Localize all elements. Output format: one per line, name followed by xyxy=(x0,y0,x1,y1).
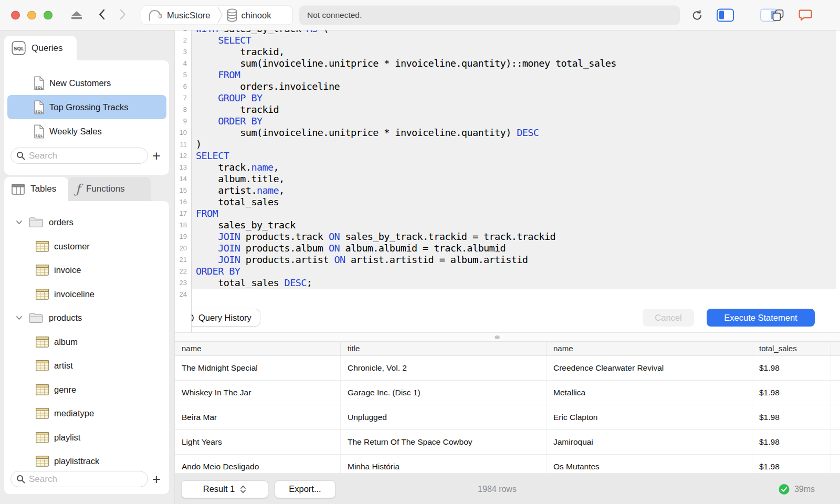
code-line[interactable]: total_sales xyxy=(192,196,836,208)
code-line[interactable] xyxy=(192,289,840,300)
tab-queries[interactable]: SQL Queries xyxy=(4,36,77,60)
result-cell[interactable]: $1.98 xyxy=(752,455,831,474)
result-cell[interactable]: Metallica xyxy=(547,381,752,405)
code-line[interactable]: SELECT xyxy=(192,35,836,46)
code-line[interactable]: orders.invoiceline xyxy=(192,81,836,92)
column-header[interactable]: title xyxy=(341,342,547,355)
result-cell[interactable]: Beira Mar xyxy=(175,405,341,429)
code-line[interactable]: JOIN products.album ON album.albumid = t… xyxy=(192,243,836,254)
result-cell[interactable] xyxy=(831,430,840,454)
splitter-handle[interactable] xyxy=(495,335,500,339)
code-line[interactable]: trackid xyxy=(192,104,836,116)
table-row-item[interactable]: album xyxy=(4,330,169,354)
tables-search-input[interactable] xyxy=(29,474,134,485)
result-row[interactable]: Whiskey In The JarGarage Inc. (Disc 1)Me… xyxy=(175,381,840,405)
queries-search-input[interactable] xyxy=(29,151,134,161)
result-cell[interactable]: Os Mutantes xyxy=(547,455,752,474)
table-row-item[interactable]: artist xyxy=(4,354,169,378)
breadcrumb-database[interactable]: chinook xyxy=(226,8,271,22)
result-cell[interactable]: Whiskey In The Jar xyxy=(175,381,341,405)
code-line[interactable]: FROM xyxy=(192,69,836,81)
result-cell[interactable] xyxy=(831,405,840,429)
result-row[interactable]: Ando Meio DesligadoMinha HistóriaOs Muta… xyxy=(175,455,840,474)
query-list-item[interactable]: SQL New Customers xyxy=(7,71,166,95)
result-cell[interactable]: $1.98 xyxy=(752,405,831,429)
execute-statement-button[interactable]: Execute Statement xyxy=(707,309,815,327)
code-line[interactable]: WITH sales_by_track AS ( xyxy=(192,30,836,35)
tab-functions[interactable]: ƒ Functions xyxy=(68,177,151,201)
code-line[interactable]: album.title, xyxy=(192,173,836,185)
result-row[interactable]: Beira MarUnpluggedEric Clapton$1.98 xyxy=(175,405,840,430)
result-selector[interactable]: Result 1 xyxy=(181,480,268,498)
result-cell[interactable]: $1.98 xyxy=(752,356,831,380)
add-query-button[interactable]: + xyxy=(152,151,161,161)
forward-button[interactable] xyxy=(120,9,127,22)
table-row-item[interactable]: playlisttrack xyxy=(4,449,169,468)
export-button[interactable]: Export... xyxy=(275,480,335,498)
column-header[interactable]: name xyxy=(175,342,341,355)
feedback-button[interactable] xyxy=(798,8,813,22)
traffic-light-close[interactable] xyxy=(11,10,20,19)
code-line[interactable]: FROM xyxy=(192,208,836,219)
code-line[interactable]: JOIN products.track ON sales_by_track.tr… xyxy=(192,231,836,243)
sql-code[interactable]: WITH sales_by_track AS ( SELECT trackid,… xyxy=(192,30,840,300)
traffic-light-zoom[interactable] xyxy=(44,10,52,19)
result-cell[interactable]: Chronicle, Vol. 2 xyxy=(341,356,547,380)
code-line[interactable]: sum(invoiceline.unitprice * invoiceline.… xyxy=(192,58,836,69)
table-row-item[interactable]: playlist xyxy=(4,426,169,450)
result-cell[interactable] xyxy=(831,356,840,380)
result-cell[interactable]: Unplugged xyxy=(341,405,547,429)
code-line[interactable]: artist.name, xyxy=(192,185,836,196)
column-header[interactable]: total_sales xyxy=(752,342,831,355)
code-line[interactable]: ORDER BY xyxy=(192,116,836,127)
result-cell[interactable]: Creedence Clearwater Revival xyxy=(547,356,752,380)
breadcrumb-server[interactable]: MusicStore xyxy=(148,8,211,22)
schema-folder-row[interactable]: products xyxy=(4,306,169,330)
code-line[interactable]: sum(invoiceline.unitprice * invoiceline.… xyxy=(192,127,836,139)
code-line[interactable]: GROUP BY xyxy=(192,92,836,104)
result-cell[interactable]: The Return Of The Space Cowboy xyxy=(341,430,547,454)
code-line[interactable]: JOIN products.artist ON artist.artistid … xyxy=(192,254,836,266)
query-list-item[interactable]: SQL Top Grossing Tracks xyxy=(7,95,166,119)
code-line[interactable]: trackid, xyxy=(192,46,836,58)
result-cell[interactable] xyxy=(831,455,840,474)
result-cell[interactable]: The Midnight Special xyxy=(175,356,341,380)
tab-tables[interactable]: Tables xyxy=(4,177,68,201)
cancel-button[interactable]: Cancel xyxy=(643,309,694,327)
table-row-item[interactable]: customer xyxy=(4,235,169,259)
result-cell[interactable]: Garage Inc. (Disc 1) xyxy=(341,381,547,405)
toggle-left-sidebar-button[interactable] xyxy=(717,8,734,22)
result-cell[interactable]: Ando Meio Desligado xyxy=(175,455,341,474)
code-line[interactable]: total_sales DESC; xyxy=(192,277,836,289)
table-row-item[interactable]: mediatype xyxy=(4,402,169,426)
result-cell[interactable]: Jamiroquai xyxy=(547,430,752,454)
schema-folder-row[interactable]: orders xyxy=(4,211,169,235)
result-cell[interactable]: Minha História xyxy=(341,455,547,474)
query-list-item[interactable]: SQL Weekly Sales xyxy=(7,119,166,143)
result-cell[interactable] xyxy=(831,381,840,405)
result-cell[interactable]: $1.98 xyxy=(752,381,831,405)
result-row[interactable]: The Midnight SpecialChronicle, Vol. 2Cre… xyxy=(175,356,840,381)
code-line[interactable]: SELECT xyxy=(192,150,836,162)
table-row-item[interactable]: invoiceline xyxy=(4,282,169,307)
table-row-item[interactable]: invoice xyxy=(4,258,169,282)
sql-editor[interactable]: 123456789101112131415161718192021222324 … xyxy=(175,30,840,332)
back-button[interactable] xyxy=(98,9,105,22)
result-row[interactable]: Light YearsThe Return Of The Space Cowbo… xyxy=(175,430,840,455)
disconnect-eject-button[interactable] xyxy=(70,11,83,19)
code-line[interactable]: sales_by_track xyxy=(192,219,836,231)
add-table-button[interactable]: + xyxy=(152,474,161,485)
traffic-light-minimize[interactable] xyxy=(27,10,36,19)
column-header[interactable]: name xyxy=(547,342,752,355)
windows-button[interactable] xyxy=(772,9,784,21)
code-line[interactable]: ) xyxy=(192,139,836,150)
code-line[interactable]: track.name, xyxy=(192,162,836,173)
refresh-button[interactable] xyxy=(690,8,704,22)
result-cell[interactable]: $1.98 xyxy=(752,430,831,454)
column-header[interactable] xyxy=(831,342,840,355)
table-row-item[interactable]: genre xyxy=(4,378,169,402)
editor-results-splitter[interactable] xyxy=(175,332,840,341)
result-cell[interactable]: Light Years xyxy=(175,430,341,454)
code-line[interactable]: ORDER BY xyxy=(192,266,836,277)
result-cell[interactable]: Eric Clapton xyxy=(547,405,752,429)
